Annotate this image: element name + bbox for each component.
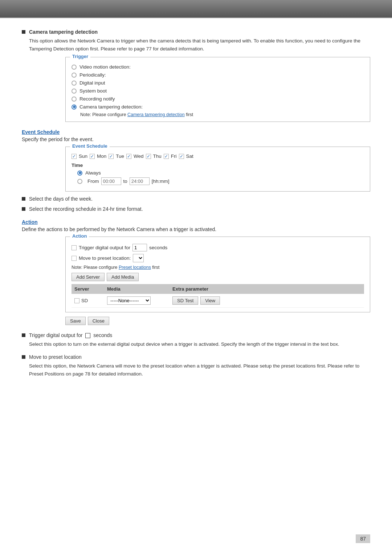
table-row: SD -----None------ SD Test View: [72, 294, 364, 308]
note-prefix: Note: Please configure: [80, 112, 127, 117]
thu-label: Thu: [153, 153, 162, 159]
radio-icon-3[interactable]: [72, 89, 77, 94]
camera-tampering-link[interactable]: Camera tampering detection: [127, 112, 185, 117]
radio-icon-0[interactable]: [72, 65, 77, 70]
camera-tampering-description: This option allows the Network Camera to…: [29, 37, 370, 53]
add-media-button[interactable]: Add Media: [107, 273, 139, 281]
to-time-input[interactable]: [130, 177, 150, 185]
from-label: From: [87, 178, 99, 184]
to-label: to: [123, 178, 127, 184]
action-intro: Define the actions to be performed by th…: [22, 226, 370, 232]
always-option[interactable]: Always: [77, 170, 364, 176]
from-radio[interactable]: [77, 179, 82, 184]
event-schedule-link[interactable]: Event Schedule: [22, 129, 60, 135]
bullet-icon-3: [22, 207, 25, 211]
move-preset-row: Move to preset location:: [72, 254, 364, 262]
trigger-digital-prefix: Trigger digital output for: [79, 245, 130, 250]
trigger-option-4-label: Recording notify: [79, 96, 115, 102]
trigger-option-1-label: Periodically:: [79, 72, 106, 78]
trigger-panel-title: Trigger: [70, 54, 90, 59]
trigger-option-0-label: Video motion detection:: [79, 64, 131, 70]
schedule-bullet-1: Select the days of the week.: [29, 196, 93, 202]
action-section: Action Define the actions to be performe…: [22, 219, 370, 312]
save-close-row: Save Close: [65, 317, 370, 325]
trigger-option-5[interactable]: Camera tampering detection:: [72, 104, 364, 110]
preset-note-prefix: Note: Please configure: [72, 265, 119, 270]
preset-note-suffix: first: [151, 265, 160, 270]
move-preset-bullet-desc: Select this option, the Network Camera w…: [29, 362, 370, 378]
trigger-option-3[interactable]: System boot: [72, 88, 364, 94]
thu-checkbox[interactable]: ✓: [146, 154, 151, 159]
hhmm-label: [hh:mm]: [152, 178, 170, 184]
move-preset-checkbox[interactable]: [72, 256, 77, 261]
camera-tampering-title: Camera tampering detection: [29, 29, 98, 35]
close-button[interactable]: Close: [88, 317, 109, 325]
radio-icon-4[interactable]: [72, 97, 77, 102]
trigger-digital-checkbox[interactable]: [72, 245, 77, 250]
event-schedule-panel-title: Event Schedule: [70, 143, 110, 149]
event-schedule-intro: Specify the period for the event.: [22, 136, 370, 142]
sd-media-cell: -----None------: [104, 296, 170, 305]
tue-checkbox[interactable]: ✓: [109, 154, 114, 159]
trigger-option-1[interactable]: Periodically:: [72, 72, 364, 78]
trigger-option-4[interactable]: Recording notify: [72, 96, 364, 102]
trigger-digital-bullet-label: Trigger digital output for seconds: [29, 332, 112, 338]
save-button[interactable]: Save: [65, 317, 86, 325]
media-select[interactable]: -----None------: [107, 296, 151, 305]
always-label: Always: [85, 170, 101, 176]
add-server-button[interactable]: Add Server: [72, 273, 105, 281]
camera-tampering-section: Camera tampering detection This option a…: [22, 29, 370, 122]
sun-label: Sun: [79, 153, 87, 159]
trigger-digital-row: Trigger digital output for seconds: [72, 244, 364, 251]
bottom-bullets-section: Trigger digital output for seconds Selec…: [22, 332, 370, 378]
sat-label: Sat: [186, 153, 193, 159]
bullet-icon: [22, 30, 25, 34]
bullet-icon-4: [22, 333, 25, 337]
wed-label: Wed: [134, 153, 144, 159]
trigger-option-2[interactable]: Digital input: [72, 80, 364, 86]
radio-icon-1[interactable]: [72, 73, 77, 78]
trigger-option-0[interactable]: Video motion detection:: [72, 64, 364, 70]
view-button[interactable]: View: [200, 296, 220, 305]
bullet-icon-5: [22, 355, 25, 359]
from-option[interactable]: From to [hh:mm]: [77, 177, 364, 185]
sat-checkbox[interactable]: ✓: [179, 154, 184, 159]
sd-checkbox[interactable]: [74, 298, 79, 303]
trigger-digital-bullet-desc: Select this option to turn on the extern…: [29, 340, 370, 348]
wed-checkbox[interactable]: ✓: [126, 154, 131, 159]
trigger-panel: Trigger Video motion detection: Periodic…: [65, 57, 370, 122]
trigger-digital-suffix: seconds: [149, 245, 167, 250]
move-preset-label: Move to preset location:: [79, 255, 131, 261]
tue-label: Tue: [116, 153, 124, 159]
sun-checkbox[interactable]: ✓: [72, 154, 77, 159]
sd-server-label: SD: [81, 298, 88, 303]
from-time-input[interactable]: [101, 177, 121, 185]
header-bar: [0, 0, 392, 18]
sd-test-button[interactable]: SD Test: [172, 296, 198, 305]
page-number: 87: [356, 534, 370, 543]
always-radio[interactable]: [77, 171, 82, 176]
radio-icon-2[interactable]: [72, 81, 77, 86]
mon-label: Mon: [97, 153, 106, 159]
mon-checkbox[interactable]: ✓: [90, 154, 95, 159]
event-schedule-panel: Event Schedule ✓ Sun ✓ Mon ✓ Tue ✓ Wed: [65, 147, 370, 192]
preset-select[interactable]: [133, 254, 144, 262]
action-table-header: Server Media Extra parameter: [72, 284, 364, 294]
trigger-option-3-label: System boot: [79, 88, 107, 94]
add-buttons-row: Add Server Add Media: [72, 273, 364, 281]
schedule-bullet-2: Select the recording schedule in 24-hr t…: [29, 206, 143, 212]
action-panel: Action Trigger digital output for second…: [65, 237, 370, 312]
trigger-digital-input[interactable]: [132, 244, 147, 251]
schedule-bullets: Select the days of the week. Select the …: [22, 196, 370, 212]
sd-extra-cell: SD Test View: [170, 296, 364, 305]
radio-icon-5[interactable]: [72, 104, 77, 110]
action-link[interactable]: Action: [22, 219, 38, 225]
trigger-option-5-label: Camera tampering detection:: [79, 104, 143, 110]
fri-label: Fri: [171, 153, 177, 159]
trigger-option-2-label: Digital input: [79, 80, 105, 86]
fri-checkbox[interactable]: ✓: [164, 154, 169, 159]
header-extra: Extra parameter: [170, 286, 364, 292]
preset-locations-link[interactable]: Preset locations: [119, 265, 151, 270]
camera-tampering-note: Note: Please configure Camera tampering …: [80, 112, 364, 117]
time-label: Time: [72, 163, 364, 168]
